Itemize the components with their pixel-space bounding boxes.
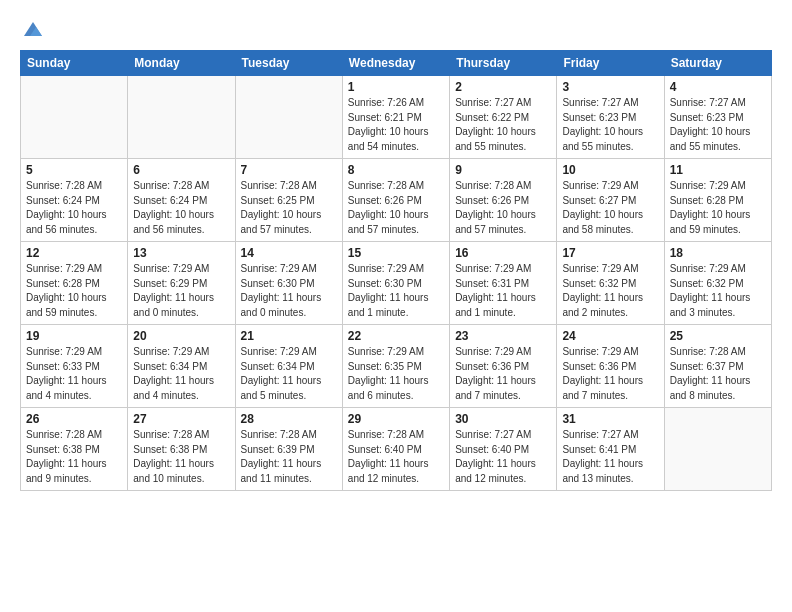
day-info: Sunrise: 7:27 AMSunset: 6:41 PMDaylight:… (562, 428, 658, 486)
day-info: Sunrise: 7:29 AMSunset: 6:36 PMDaylight:… (455, 345, 551, 403)
day-cell: 25Sunrise: 7:28 AMSunset: 6:37 PMDayligh… (664, 325, 771, 408)
day-info: Sunrise: 7:27 AMSunset: 6:40 PMDaylight:… (455, 428, 551, 486)
day-cell: 6Sunrise: 7:28 AMSunset: 6:24 PMDaylight… (128, 159, 235, 242)
day-number: 13 (133, 246, 229, 260)
day-info: Sunrise: 7:29 AMSunset: 6:28 PMDaylight:… (26, 262, 122, 320)
day-cell: 21Sunrise: 7:29 AMSunset: 6:34 PMDayligh… (235, 325, 342, 408)
day-cell: 16Sunrise: 7:29 AMSunset: 6:31 PMDayligh… (450, 242, 557, 325)
day-cell: 4Sunrise: 7:27 AMSunset: 6:23 PMDaylight… (664, 76, 771, 159)
day-cell: 11Sunrise: 7:29 AMSunset: 6:28 PMDayligh… (664, 159, 771, 242)
day-number: 22 (348, 329, 444, 343)
day-number: 25 (670, 329, 766, 343)
day-number: 31 (562, 412, 658, 426)
day-cell: 15Sunrise: 7:29 AMSunset: 6:30 PMDayligh… (342, 242, 449, 325)
day-cell: 17Sunrise: 7:29 AMSunset: 6:32 PMDayligh… (557, 242, 664, 325)
day-cell: 10Sunrise: 7:29 AMSunset: 6:27 PMDayligh… (557, 159, 664, 242)
col-header-saturday: Saturday (664, 51, 771, 76)
day-cell: 12Sunrise: 7:29 AMSunset: 6:28 PMDayligh… (21, 242, 128, 325)
day-cell: 26Sunrise: 7:28 AMSunset: 6:38 PMDayligh… (21, 408, 128, 491)
col-header-sunday: Sunday (21, 51, 128, 76)
day-cell: 2Sunrise: 7:27 AMSunset: 6:22 PMDaylight… (450, 76, 557, 159)
day-info: Sunrise: 7:29 AMSunset: 6:35 PMDaylight:… (348, 345, 444, 403)
day-info: Sunrise: 7:28 AMSunset: 6:26 PMDaylight:… (348, 179, 444, 237)
day-cell (128, 76, 235, 159)
day-cell: 27Sunrise: 7:28 AMSunset: 6:38 PMDayligh… (128, 408, 235, 491)
day-number: 1 (348, 80, 444, 94)
day-info: Sunrise: 7:29 AMSunset: 6:34 PMDaylight:… (241, 345, 337, 403)
day-info: Sunrise: 7:29 AMSunset: 6:31 PMDaylight:… (455, 262, 551, 320)
day-number: 27 (133, 412, 229, 426)
day-info: Sunrise: 7:28 AMSunset: 6:25 PMDaylight:… (241, 179, 337, 237)
day-cell: 7Sunrise: 7:28 AMSunset: 6:25 PMDaylight… (235, 159, 342, 242)
day-number: 5 (26, 163, 122, 177)
day-number: 3 (562, 80, 658, 94)
logo (20, 18, 44, 40)
day-info: Sunrise: 7:29 AMSunset: 6:27 PMDaylight:… (562, 179, 658, 237)
header (20, 18, 772, 40)
day-cell: 9Sunrise: 7:28 AMSunset: 6:26 PMDaylight… (450, 159, 557, 242)
day-cell: 29Sunrise: 7:28 AMSunset: 6:40 PMDayligh… (342, 408, 449, 491)
day-cell: 1Sunrise: 7:26 AMSunset: 6:21 PMDaylight… (342, 76, 449, 159)
day-number: 17 (562, 246, 658, 260)
day-info: Sunrise: 7:28 AMSunset: 6:40 PMDaylight:… (348, 428, 444, 486)
day-number: 29 (348, 412, 444, 426)
week-row-2: 5Sunrise: 7:28 AMSunset: 6:24 PMDaylight… (21, 159, 772, 242)
day-info: Sunrise: 7:27 AMSunset: 6:22 PMDaylight:… (455, 96, 551, 154)
col-header-thursday: Thursday (450, 51, 557, 76)
day-number: 28 (241, 412, 337, 426)
calendar-page: SundayMondayTuesdayWednesdayThursdayFrid… (0, 0, 792, 612)
day-info: Sunrise: 7:29 AMSunset: 6:29 PMDaylight:… (133, 262, 229, 320)
day-number: 8 (348, 163, 444, 177)
day-number: 21 (241, 329, 337, 343)
day-info: Sunrise: 7:29 AMSunset: 6:33 PMDaylight:… (26, 345, 122, 403)
day-info: Sunrise: 7:29 AMSunset: 6:32 PMDaylight:… (562, 262, 658, 320)
week-row-5: 26Sunrise: 7:28 AMSunset: 6:38 PMDayligh… (21, 408, 772, 491)
day-cell: 24Sunrise: 7:29 AMSunset: 6:36 PMDayligh… (557, 325, 664, 408)
week-row-1: 1Sunrise: 7:26 AMSunset: 6:21 PMDaylight… (21, 76, 772, 159)
day-info: Sunrise: 7:29 AMSunset: 6:32 PMDaylight:… (670, 262, 766, 320)
day-cell: 28Sunrise: 7:28 AMSunset: 6:39 PMDayligh… (235, 408, 342, 491)
day-cell: 18Sunrise: 7:29 AMSunset: 6:32 PMDayligh… (664, 242, 771, 325)
day-number: 6 (133, 163, 229, 177)
day-info: Sunrise: 7:29 AMSunset: 6:30 PMDaylight:… (241, 262, 337, 320)
day-info: Sunrise: 7:26 AMSunset: 6:21 PMDaylight:… (348, 96, 444, 154)
logo-icon (22, 18, 44, 40)
day-cell: 3Sunrise: 7:27 AMSunset: 6:23 PMDaylight… (557, 76, 664, 159)
day-cell: 14Sunrise: 7:29 AMSunset: 6:30 PMDayligh… (235, 242, 342, 325)
day-cell: 22Sunrise: 7:29 AMSunset: 6:35 PMDayligh… (342, 325, 449, 408)
day-cell (235, 76, 342, 159)
day-cell: 31Sunrise: 7:27 AMSunset: 6:41 PMDayligh… (557, 408, 664, 491)
day-cell (664, 408, 771, 491)
day-info: Sunrise: 7:28 AMSunset: 6:38 PMDaylight:… (26, 428, 122, 486)
day-info: Sunrise: 7:28 AMSunset: 6:26 PMDaylight:… (455, 179, 551, 237)
day-number: 30 (455, 412, 551, 426)
day-cell (21, 76, 128, 159)
day-number: 2 (455, 80, 551, 94)
day-info: Sunrise: 7:27 AMSunset: 6:23 PMDaylight:… (562, 96, 658, 154)
day-cell: 30Sunrise: 7:27 AMSunset: 6:40 PMDayligh… (450, 408, 557, 491)
day-cell: 8Sunrise: 7:28 AMSunset: 6:26 PMDaylight… (342, 159, 449, 242)
day-number: 24 (562, 329, 658, 343)
day-cell: 23Sunrise: 7:29 AMSunset: 6:36 PMDayligh… (450, 325, 557, 408)
day-number: 20 (133, 329, 229, 343)
calendar-table: SundayMondayTuesdayWednesdayThursdayFrid… (20, 50, 772, 491)
day-info: Sunrise: 7:29 AMSunset: 6:34 PMDaylight:… (133, 345, 229, 403)
day-info: Sunrise: 7:28 AMSunset: 6:24 PMDaylight:… (133, 179, 229, 237)
day-cell: 5Sunrise: 7:28 AMSunset: 6:24 PMDaylight… (21, 159, 128, 242)
day-info: Sunrise: 7:28 AMSunset: 6:39 PMDaylight:… (241, 428, 337, 486)
day-number: 16 (455, 246, 551, 260)
day-number: 10 (562, 163, 658, 177)
col-header-wednesday: Wednesday (342, 51, 449, 76)
day-number: 4 (670, 80, 766, 94)
day-number: 14 (241, 246, 337, 260)
day-info: Sunrise: 7:28 AMSunset: 6:24 PMDaylight:… (26, 179, 122, 237)
day-number: 15 (348, 246, 444, 260)
week-row-4: 19Sunrise: 7:29 AMSunset: 6:33 PMDayligh… (21, 325, 772, 408)
day-number: 9 (455, 163, 551, 177)
day-info: Sunrise: 7:28 AMSunset: 6:38 PMDaylight:… (133, 428, 229, 486)
calendar-header-row: SundayMondayTuesdayWednesdayThursdayFrid… (21, 51, 772, 76)
day-cell: 20Sunrise: 7:29 AMSunset: 6:34 PMDayligh… (128, 325, 235, 408)
day-number: 7 (241, 163, 337, 177)
day-number: 26 (26, 412, 122, 426)
day-cell: 13Sunrise: 7:29 AMSunset: 6:29 PMDayligh… (128, 242, 235, 325)
